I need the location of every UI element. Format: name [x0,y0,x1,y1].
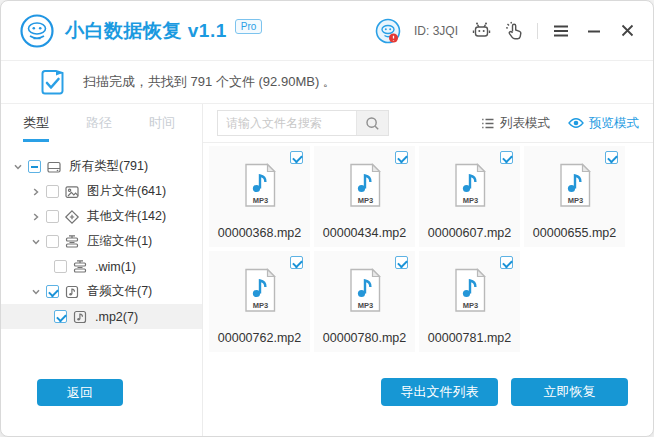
file-checkbox-checked[interactable] [290,256,303,269]
recover-now-button[interactable]: 立即恢复 [511,378,628,406]
preview-mode-label: 预览模式 [589,115,639,132]
file-name: 00000655.mp2 [524,226,625,240]
image-icon [64,184,81,200]
file-checkbox-checked[interactable] [500,256,513,269]
close-icon[interactable] [617,21,637,41]
tree-item-label: 所有类型(791) [69,158,148,175]
tree-item-wim[interactable]: .wim(1) [1,254,202,279]
svg-text:MP3: MP3 [462,196,477,205]
mp3-file-icon: MP3 [347,268,383,313]
app-logo-icon [19,13,55,49]
user-id-label: ID: 3JQI [414,24,458,38]
file-checkbox-checked[interactable] [290,151,303,164]
checkbox-unchecked[interactable] [54,260,67,273]
svg-text:MP3: MP3 [252,196,267,205]
file-cell[interactable]: MP3 00000781.mp2 [419,251,520,352]
checkbox-checked[interactable] [46,285,59,298]
tab-type[interactable]: 类型 [23,114,49,142]
app-title: 小白数据恢复 v1.1 [65,18,227,44]
tree-item-label: 压缩文件(1) [87,233,152,250]
minimize-icon[interactable] [584,21,604,41]
svg-text:MP3: MP3 [357,301,372,310]
tree-item-label: 图片文件(641) [87,183,166,200]
file-cell[interactable]: MP3 00000655.mp2 [524,146,625,247]
toolbar: 列表模式 预览模式 [203,104,653,143]
list-mode-label: 列表模式 [500,115,550,132]
checkbox-checked[interactable] [54,310,67,323]
svg-text:MP3: MP3 [462,301,477,310]
search-button[interactable] [356,111,388,135]
file-cell[interactable]: MP3 00000762.mp2 [209,251,310,352]
titlebar-actions: ID: 3JQI [375,18,637,44]
chevron-right-icon[interactable] [29,210,43,224]
audio-icon [72,309,89,325]
checkbox-indeterminate[interactable] [28,160,41,173]
list-mode-toggle[interactable]: 列表模式 [481,115,550,132]
file-cell[interactable]: MP3 00000434.mp2 [314,146,415,247]
file-checkbox-checked[interactable] [395,151,408,164]
app-window: 小白数据恢复 v1.1 Pro ID: 3JQI [0,0,654,437]
mp3-file-icon: MP3 [557,163,593,208]
back-button[interactable]: 返回 [37,379,123,406]
touch-icon[interactable] [504,21,524,41]
tree-item-archive-files[interactable]: 压缩文件(1) [1,229,202,254]
checkbox-unchecked[interactable] [46,210,59,223]
eye-icon [568,117,584,129]
preview-mode-toggle[interactable]: 预览模式 [568,115,639,132]
file-cell[interactable]: MP3 00000780.mp2 [314,251,415,352]
sidebar-tabs: 类型 路径 时间 [1,114,202,142]
export-file-list-button[interactable]: 导出文件列表 [381,378,498,406]
scan-status-bar: 扫描完成，共找到 791 个文件 (92.90MB) 。 [1,61,653,104]
search-input[interactable] [218,111,356,135]
chevron-down-icon[interactable] [29,235,43,249]
file-name: 00000434.mp2 [314,226,415,240]
menu-icon[interactable] [551,21,571,41]
tab-path[interactable]: 路径 [86,114,112,142]
tree-item-label: 其他文件(142) [87,208,166,225]
tab-time[interactable]: 时间 [149,114,175,142]
user-avatar[interactable] [375,18,401,44]
svg-text:MP3: MP3 [252,301,267,310]
file-name: 00000607.mp2 [419,226,520,240]
svg-text:MP3: MP3 [357,196,372,205]
file-checkbox-checked[interactable] [500,151,513,164]
search-box [217,110,389,136]
file-type-tree: 所有类型(791) 图片文件(641) [1,154,202,329]
tree-item-label: 音频文件(7) [87,283,152,300]
mp3-file-icon: MP3 [452,268,488,313]
chevron-down-icon[interactable] [29,285,43,299]
titlebar-separator [537,23,538,39]
tree-item-audio-files[interactable]: 音频文件(7) [1,279,202,304]
tree-item-mp2[interactable]: .mp2(7) [1,304,202,329]
file-cell[interactable]: MP3 00000368.mp2 [209,146,310,247]
drive-icon [46,159,63,175]
other-files-icon [64,209,81,225]
mp3-file-icon: MP3 [242,163,278,208]
tree-item-other-files[interactable]: 其他文件(142) [1,204,202,229]
view-mode-toggles: 列表模式 预览模式 [481,115,639,132]
sidebar: 类型 路径 时间 所有类型(791) [1,104,203,437]
file-name: 00000780.mp2 [314,331,415,345]
checkbox-unchecked[interactable] [46,185,59,198]
mp3-file-icon: MP3 [347,163,383,208]
robot-icon[interactable] [471,21,491,41]
file-name: 00000762.mp2 [209,331,310,345]
chevron-right-icon[interactable] [29,185,43,199]
list-icon [481,117,495,130]
file-checkbox-checked[interactable] [395,256,408,269]
tree-item-label: .wim(1) [95,260,136,274]
tree-item-all-types[interactable]: 所有类型(791) [1,154,202,179]
checkbox-unchecked[interactable] [46,235,59,248]
mp3-file-icon: MP3 [452,163,488,208]
archive-icon [72,259,89,275]
scan-complete-icon [39,69,66,96]
tree-item-label: .mp2(7) [95,310,138,324]
titlebar: 小白数据恢复 v1.1 Pro ID: 3JQI [1,1,653,61]
scan-status-text: 扫描完成，共找到 791 个文件 (92.90MB) 。 [83,73,336,91]
chevron-down-icon[interactable] [11,160,25,174]
file-name: 00000368.mp2 [209,226,310,240]
file-checkbox-checked[interactable] [605,151,618,164]
tree-item-image-files[interactable]: 图片文件(641) [1,179,202,204]
pro-badge: Pro [235,19,263,34]
file-cell[interactable]: MP3 00000607.mp2 [419,146,520,247]
